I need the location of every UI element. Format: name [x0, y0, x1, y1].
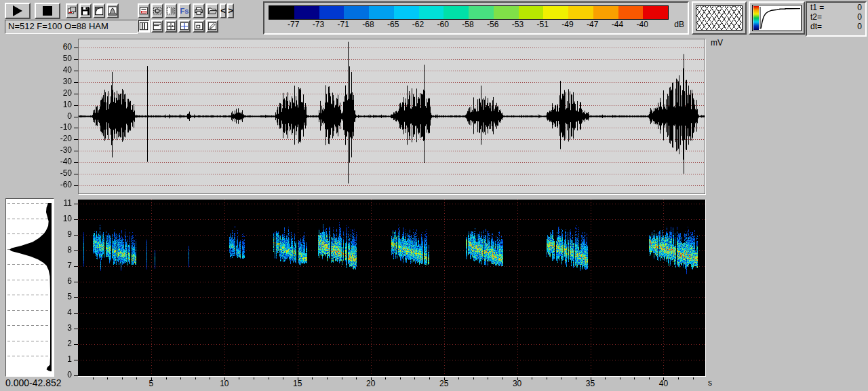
- osc-y-tick-label: -40: [46, 157, 72, 166]
- layout-vertical-lines-icon: [139, 21, 149, 31]
- time-tick: [195, 377, 196, 379]
- color-scale-segment: [469, 6, 494, 19]
- fft-settings-button[interactable]: Fs: [178, 3, 191, 18]
- osc-y-tick: [74, 174, 78, 174]
- color-scale-tick-label: -65: [387, 20, 399, 29]
- spectrogram-canvas[interactable]: [78, 200, 705, 376]
- time-tick: [180, 377, 181, 379]
- t1-label: t1 =: [810, 3, 824, 12]
- mean-spectrum-panel[interactable]: [5, 198, 54, 377]
- copy-section-icon: [166, 5, 176, 16]
- spec-y-tick-label: 8: [56, 246, 72, 255]
- stop-button[interactable]: [35, 3, 60, 19]
- color-scale-unit: dB: [674, 20, 684, 29]
- spec-y-tick-label: 1: [56, 355, 72, 364]
- oscillogram-unit-label: mV: [711, 39, 723, 48]
- time-tick: [385, 377, 386, 379]
- time-tick: [620, 377, 620, 379]
- color-scale-segment: [294, 6, 319, 19]
- color-scale-tick-label: -53: [512, 20, 524, 29]
- dt-label: dt=: [810, 22, 822, 31]
- t1-row: t1 = 0: [807, 3, 865, 12]
- color-scale-panel[interactable]: -77-73-71-68-65-62-60-58-56-53-51-49-47-…: [263, 1, 689, 35]
- contrast-curve-button[interactable]: [93, 3, 105, 18]
- time-tick: [283, 377, 283, 379]
- expand-section-button[interactable]: [151, 3, 163, 18]
- t2-value: 0: [857, 12, 862, 22]
- prev-arrow-icon: <: [220, 7, 226, 14]
- spec-y-tick: [74, 266, 78, 267]
- save-button[interactable]: [79, 3, 92, 18]
- copy-section-button[interactable]: [165, 3, 177, 18]
- mean-spectrum-canvas[interactable]: [6, 199, 54, 376]
- color-scale-tick-label: -73: [313, 20, 324, 29]
- stop-icon: [43, 6, 52, 16]
- color-scale-segment: [543, 6, 568, 19]
- time-tick: [327, 377, 328, 379]
- time-tick: [488, 377, 488, 379]
- oscillogram-canvas[interactable]: [79, 39, 705, 193]
- osc-y-tick-label: 20: [46, 89, 72, 98]
- next-button[interactable]: >: [227, 3, 234, 18]
- osc-y-tick: [74, 162, 78, 163]
- copy-window-button[interactable]: [66, 3, 78, 18]
- t2-row: t2= 0: [807, 12, 865, 22]
- spec-y-tick-label: 11: [56, 199, 72, 208]
- section-marker-button[interactable]: [138, 3, 150, 18]
- spec-y-tick: [74, 329, 78, 329]
- layout-inner-box-button[interactable]: [193, 20, 205, 33]
- time-tick: [532, 377, 532, 379]
- osc-y-tick-label: 50: [46, 54, 72, 63]
- color-scale-tick-label: -56: [487, 20, 498, 29]
- window-function-button[interactable]: [106, 3, 119, 18]
- spectrogram-parameters-field[interactable]: N=512 F=100 O=88 HAM: [5, 20, 138, 34]
- time-tick: [561, 377, 561, 379]
- spec-y-tick-label: 7: [56, 261, 72, 270]
- color-scale-segment: [618, 6, 644, 19]
- section-marker-icon: [139, 5, 149, 16]
- oscillogram-panel[interactable]: [78, 39, 705, 194]
- print-button[interactable]: [193, 3, 205, 18]
- osc-y-tick: [74, 151, 78, 151]
- contrast-curve-icon: [94, 5, 104, 16]
- color-scale-tick-label: -62: [412, 20, 424, 29]
- time-tick: [414, 377, 415, 379]
- layout-grid-button[interactable]: [165, 20, 177, 33]
- time-tick-label: 40: [653, 379, 673, 388]
- time-tick: [678, 377, 679, 379]
- save-icon: [81, 5, 90, 16]
- time-tick: [356, 377, 357, 379]
- time-tick-label: 35: [580, 379, 601, 388]
- gain-curve: [760, 6, 800, 30]
- color-scale-tick-label: -49: [561, 20, 573, 29]
- time-axis-unit-label: s: [708, 379, 712, 388]
- play-button[interactable]: [5, 3, 31, 19]
- spec-y-tick-label: 6: [56, 277, 72, 286]
- spec-y-tick: [74, 297, 78, 298]
- intensity-curve-box[interactable]: [749, 1, 805, 35]
- color-scale-tick-label: -77: [288, 20, 299, 29]
- layout-grid-blue-button[interactable]: [178, 20, 191, 33]
- spec-y-tick-label: 0: [56, 371, 72, 379]
- prev-button[interactable]: <: [220, 3, 226, 18]
- layout-horizontal-lines-button[interactable]: [151, 20, 163, 33]
- spec-y-tick: [74, 204, 78, 204]
- time-tick: [429, 377, 430, 379]
- color-scale-tick-label: -40: [637, 20, 648, 29]
- color-scale-gradient: [269, 5, 669, 20]
- layout-vertical-lines-button[interactable]: [138, 20, 150, 33]
- spec-y-tick: [74, 344, 78, 345]
- overload-pattern-box[interactable]: [692, 1, 747, 35]
- color-scale-segment: [643, 6, 668, 19]
- color-scale-tick-label: -51: [537, 20, 549, 29]
- copy-window-icon: [67, 5, 77, 16]
- layout-grid-blue-icon: [180, 21, 189, 31]
- edit-button[interactable]: [206, 20, 218, 33]
- color-scale-tick-label: -68: [362, 20, 374, 29]
- spec-y-tick-label: 2: [56, 339, 72, 348]
- edit-icon: [208, 21, 217, 31]
- color-scale-segment: [394, 6, 419, 19]
- time-tick: [312, 377, 313, 379]
- open-file-button[interactable]: [206, 3, 218, 18]
- spectrogram-panel[interactable]: [78, 200, 706, 377]
